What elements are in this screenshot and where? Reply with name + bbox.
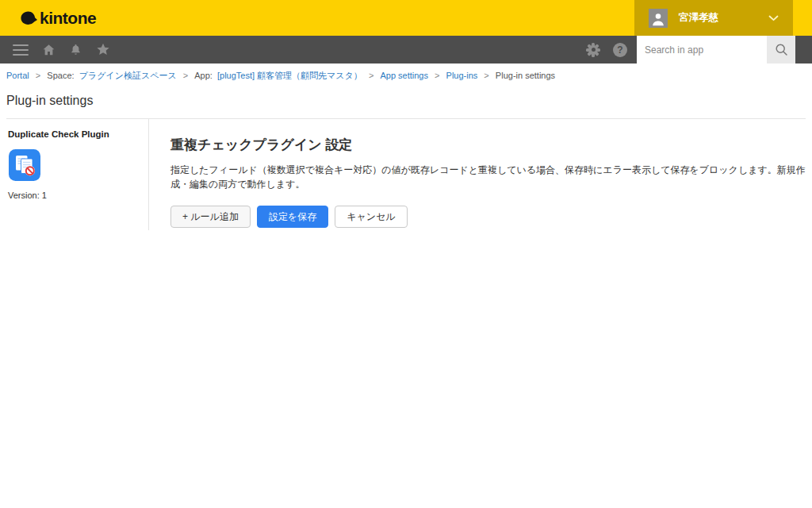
kintone-logo-text: kintone: [40, 9, 96, 28]
app-header: kintone 宮澤孝慈: [0, 0, 812, 36]
settings-button-row: + ルール追加 設定を保存 キャンセル: [170, 206, 806, 228]
breadcrumb-app-settings-link[interactable]: App settings: [380, 71, 428, 80]
menu-button[interactable]: [6, 36, 35, 64]
settings-description: 指定したフィールド（複数選択で複合キー対応）の値が既存レコードと重複している場合…: [170, 163, 806, 191]
person-icon: [649, 10, 667, 28]
settings-button[interactable]: [580, 36, 607, 64]
chevron-down-icon: [768, 15, 779, 21]
search-icon: [774, 42, 789, 57]
user-name: 宮澤孝慈: [679, 11, 718, 25]
content-area: Duplicate Check Plugin Version: 1 重複チェック…: [0, 119, 812, 230]
cancel-button[interactable]: キャンセル: [335, 206, 407, 228]
settings-heading: 重複チェックプラグイン 設定: [170, 136, 806, 154]
search-input[interactable]: [637, 36, 767, 64]
main-navbar: ?: [0, 36, 812, 64]
breadcrumb-app-prefix: App:: [194, 71, 213, 80]
plugin-name: Duplicate Check Plugin: [8, 129, 140, 139]
breadcrumb-current: Plug-in settings: [496, 71, 555, 80]
user-menu[interactable]: 宮澤孝慈: [634, 0, 793, 36]
hamburger-icon: [13, 44, 29, 56]
plugin-icon: [9, 149, 40, 181]
save-settings-button[interactable]: 設定を保存: [257, 206, 328, 228]
breadcrumb: Portal > Space: プラグイン検証スペース > App: [plug…: [0, 64, 812, 87]
breadcrumb-separator: >: [183, 71, 188, 80]
home-icon: [41, 43, 56, 57]
bell-icon: [69, 43, 82, 57]
breadcrumb-app-link[interactable]: [plugTest] 顧客管理（顧問先マスタ）: [217, 71, 362, 80]
star-icon: [95, 42, 111, 57]
breadcrumb-space-link[interactable]: プラグイン検証スペース: [79, 71, 177, 80]
user-avatar: [649, 9, 668, 28]
kintone-logo[interactable]: kintone: [20, 9, 96, 28]
plugin-version: Version: 1: [8, 190, 140, 200]
plugin-sidebar: Duplicate Check Plugin Version: 1: [6, 119, 149, 230]
search-button[interactable]: [767, 36, 795, 64]
search-box: [637, 36, 767, 64]
breadcrumb-separator: >: [435, 71, 439, 80]
page-title: Plug-in settings: [0, 87, 812, 118]
kintone-logo-icon: [20, 10, 38, 26]
gear-icon: [586, 43, 600, 57]
add-rule-button[interactable]: + ルール追加: [170, 206, 251, 228]
help-button[interactable]: ?: [607, 36, 634, 64]
breadcrumb-portal-link[interactable]: Portal: [6, 71, 29, 80]
breadcrumb-separator: >: [369, 71, 373, 80]
home-button[interactable]: [35, 36, 63, 64]
breadcrumb-space-prefix: Space:: [47, 71, 74, 80]
breadcrumb-separator: >: [484, 71, 488, 80]
plugin-settings-main: 重複チェックプラグイン 設定 指定したフィールド（複数選択で複合キー対応）の値が…: [149, 119, 806, 228]
navbar-left-icons: [0, 36, 117, 64]
notifications-button[interactable]: [63, 36, 89, 64]
breadcrumb-plugins-link[interactable]: Plug-ins: [446, 71, 478, 80]
favorites-button[interactable]: [89, 36, 117, 64]
breadcrumb-separator: >: [36, 71, 40, 80]
help-icon: ?: [613, 43, 627, 57]
